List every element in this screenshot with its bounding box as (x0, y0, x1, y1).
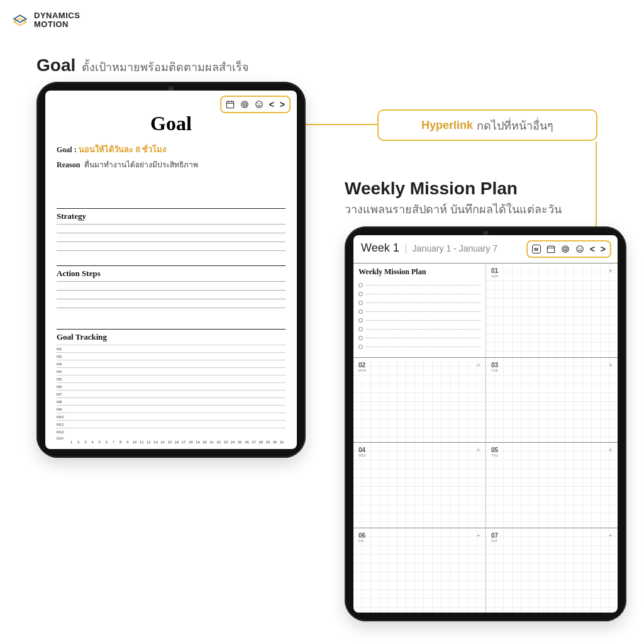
connector-line-2 (594, 142, 598, 236)
svg-point-9 (255, 101, 262, 108)
next-button[interactable]: > (601, 244, 606, 254)
svg-point-8 (244, 104, 245, 105)
hyperlink-callout: Hyperlink กดไปที่หน้าอื่นๆ (377, 109, 597, 141)
prev-button[interactable]: < (590, 244, 595, 254)
month-badge-icon[interactable]: M (532, 245, 541, 253)
svg-point-18 (578, 248, 579, 248)
goal-page-title: Goal (45, 112, 297, 135)
day-cell[interactable]: 03TUE+ (486, 357, 618, 442)
week-header: Week 1 January 1 - January 7 (361, 242, 497, 255)
weekly-mission-plan-cell[interactable]: Weekly Mission Plan (353, 263, 486, 357)
day-cell[interactable]: 07SAT+ (486, 528, 618, 613)
brand-line2: MOTION (34, 20, 80, 29)
goal-value: นอนให้ได้วันละ 8 ชั่วโมง (79, 145, 166, 154)
tracking-days-row: 1234567891011121314151617181920212223242… (68, 440, 286, 444)
goal-label: Goal : (57, 145, 77, 154)
prev-button[interactable]: < (269, 99, 274, 109)
week-section-title: Weekly Mission Plan (345, 179, 518, 199)
strategy-heading: Strategy (57, 208, 286, 221)
reason-value: ตื่นมาทำงานได้อย่างมีประสิทธิภาพ (84, 160, 198, 169)
goal-section-title: Goal ตั้งเป้าหมายพร้อมติดตามผลสำเร็จ (36, 55, 249, 76)
tablet-weekly: Week 1 January 1 - January 7 M < > Weekl… (345, 226, 626, 621)
brand-logo: DYNAMICS MOTION (11, 11, 80, 30)
day-cell[interactable]: 05THU+ (486, 442, 618, 527)
smile-icon[interactable] (575, 245, 584, 253)
day-cell[interactable]: 02MON+ (353, 357, 486, 442)
brand-line1: DYNAMICS (34, 11, 80, 20)
tracking-grid: M1M2M3M4M5M6M7M8M9M10M11M12 (57, 345, 286, 435)
day-cell[interactable]: 06FRI+ (353, 528, 486, 613)
connector-line-1 (296, 123, 377, 126)
tablet-goal: < > Goal Goal : นอนให้ได้วันละ 8 ชั่วโมง… (36, 82, 306, 458)
week-grid: Weekly Mission Plan01SUN+02MON+03TUE+04W… (353, 263, 618, 613)
svg-rect-12 (547, 246, 554, 253)
smile-icon[interactable] (255, 100, 264, 109)
reason-label: Reason (57, 160, 80, 169)
svg-point-19 (580, 248, 581, 248)
goal-toolbar: < > (220, 96, 291, 113)
tracking-heading: Goal Tracking (57, 329, 286, 342)
calendar-icon[interactable] (547, 245, 555, 253)
day-cell[interactable]: 04WED+ (353, 442, 486, 527)
calendar-icon[interactable] (226, 100, 235, 109)
week-toolbar: M < > (526, 240, 611, 258)
logo-mark-icon (11, 11, 29, 29)
day-cell[interactable]: 01SUN+ (486, 263, 618, 357)
svg-point-16 (565, 248, 566, 250)
action-heading: Action Steps (57, 265, 286, 279)
target-icon[interactable] (561, 245, 570, 253)
week-section-subtitle: วางแพลนรายสัปดาห์ บันทึกผลได้ในแต่ละวัน (345, 200, 562, 218)
svg-point-17 (576, 246, 583, 253)
svg-point-11 (260, 103, 260, 104)
svg-point-10 (257, 103, 258, 104)
svg-rect-2 (226, 101, 233, 108)
target-icon[interactable] (240, 100, 249, 109)
next-button[interactable]: > (280, 99, 285, 109)
